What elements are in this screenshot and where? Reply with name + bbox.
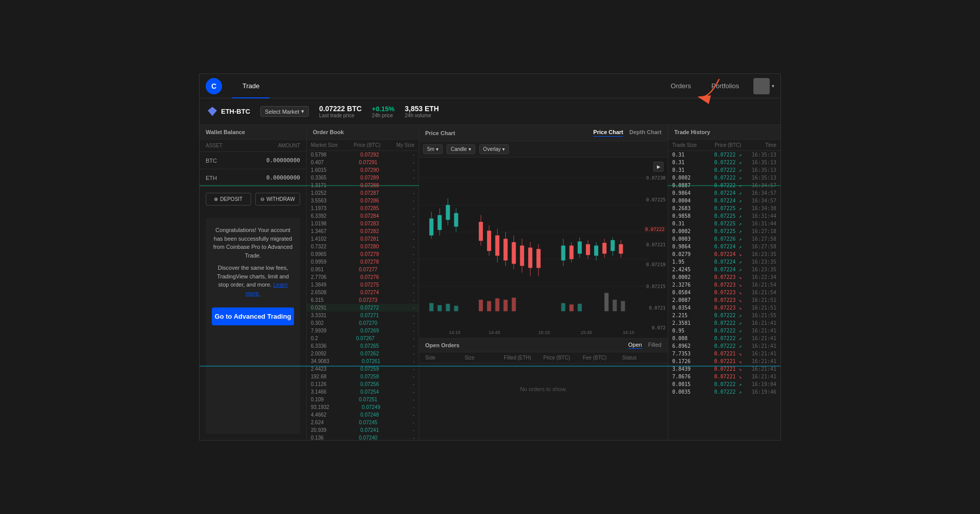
order-book-col-headers: Market Size Price (BTC) My Size bbox=[307, 140, 419, 151]
order-book-sell-row: 0.407 0.07291 - bbox=[307, 159, 419, 166]
order-book-sell-row: 0.3365 0.07289 - bbox=[307, 174, 419, 182]
svg-rect-57 bbox=[578, 304, 582, 312]
trade-history: Trade History Trade Size Price (BTC) Tim… bbox=[668, 125, 780, 440]
main-layout: Wallet Balance Asset Amount BTC 0.000000… bbox=[200, 125, 780, 440]
trade-history-row: 0.0354 0.07223 ↘ 16:21:51 bbox=[668, 304, 780, 312]
svg-rect-47 bbox=[437, 305, 442, 311]
market-header: ETH-BTC Select Market ▾ 0.07222 BTC Last… bbox=[200, 98, 780, 125]
svg-rect-51 bbox=[487, 301, 491, 311]
trade-history-row: 0.31 0.07222 ↗ 16:35:13 bbox=[668, 159, 780, 166]
tab-open[interactable]: Open bbox=[628, 342, 642, 349]
price-level-7: 0.072 bbox=[652, 325, 666, 330]
trade-history-row: 1.95 0.07224 ↗ 16:23:35 bbox=[668, 258, 780, 266]
trade-history-row: 0.0002 0.07223 ↘ 16:22:34 bbox=[668, 273, 780, 281]
order-book-sell-row: 1.1973 0.07285 - bbox=[307, 204, 419, 212]
nav-tab-portfolios[interactable]: Portfolios bbox=[701, 74, 749, 98]
trade-history-row: 0.0035 0.07222 ↗ 16:19:46 bbox=[668, 388, 780, 396]
trade-history-row: 0.0003 0.07226 ↗ 16:27:58 bbox=[668, 235, 780, 243]
overlay-chevron: ▾ bbox=[502, 146, 505, 152]
chart-title: Price Chart bbox=[425, 130, 455, 136]
svg-rect-55 bbox=[561, 303, 565, 311]
svg-rect-7 bbox=[429, 218, 433, 235]
chart-header: Price Chart Price Chart Depth Chart bbox=[419, 125, 668, 141]
order-book-sell-row: 3.5563 0.07286 - bbox=[307, 197, 419, 204]
volume: 3,853 ETH 24h volume bbox=[405, 105, 439, 118]
trade-history-row: 0.0015 0.07222 ↗ 16:19:04 bbox=[668, 380, 780, 388]
trade-history-row: 0.0002 0.07225 ↗ 16:27:18 bbox=[668, 227, 780, 235]
overlay-button[interactable]: Overlay ▾ bbox=[479, 144, 509, 154]
user-menu-chevron[interactable]: ▾ bbox=[772, 83, 774, 89]
withdraw-button[interactable]: ⊖ WITHDRAW bbox=[255, 193, 301, 205]
time-label-3: 15:15 bbox=[538, 330, 550, 335]
goto-advanced-trading-button[interactable]: Go to Advanced Trading bbox=[212, 307, 294, 325]
timeframe-chevron: ▾ bbox=[436, 146, 438, 152]
svg-rect-37 bbox=[586, 244, 590, 255]
svg-rect-45 bbox=[619, 244, 623, 254]
chart-play-button[interactable]: ▶ bbox=[653, 162, 664, 172]
order-book: Order Book Market Size Price (BTC) My Si… bbox=[307, 125, 419, 440]
svg-rect-31 bbox=[561, 246, 565, 261]
timeframe-button[interactable]: 5m ▾ bbox=[423, 144, 443, 154]
left-sidebar: Wallet Balance Asset Amount BTC 0.000000… bbox=[200, 125, 307, 440]
order-book-sell-row: 0.951 0.07277 - bbox=[307, 266, 419, 273]
open-orders-col-headers: Side Size Filled (ETH) Price (BTC) Fee (… bbox=[419, 352, 668, 364]
select-market-button[interactable]: Select Market ▾ bbox=[260, 106, 309, 117]
open-orders: Open Orders Open Filled Side Size Filled… bbox=[419, 338, 668, 440]
coinbase-logo[interactable]: C bbox=[206, 78, 222, 94]
time-label-1: 14:15 bbox=[449, 330, 460, 335]
time-label-4: 15:45 bbox=[581, 330, 593, 335]
trade-history-row: 0.2683 0.07225 ↗ 16:34:30 bbox=[668, 204, 780, 212]
tab-depth-chart[interactable]: Depth Chart bbox=[629, 129, 662, 137]
migration-banner: Congratulations! Your account has been s… bbox=[206, 218, 300, 434]
svg-rect-11 bbox=[446, 205, 450, 220]
svg-rect-15 bbox=[479, 222, 483, 241]
svg-rect-41 bbox=[602, 243, 606, 253]
trade-history-row: 0.0002 0.07222 ↗ 16:35:13 bbox=[668, 174, 780, 182]
trade-history-row: 0.31 0.07225 ↗ 16:31:44 bbox=[668, 220, 780, 227]
trade-history-row: 0.0279 0.07224 ↘ 16:23:35 bbox=[668, 250, 780, 258]
wallet-actions: ⊕ DEPOSIT ⊖ WITHDRAW bbox=[200, 187, 306, 212]
chart-type-button[interactable]: Candle ▾ bbox=[447, 144, 475, 154]
svg-rect-58 bbox=[604, 293, 608, 311]
migration-text: Congratulations! Your account has been s… bbox=[212, 226, 294, 260]
svg-rect-59 bbox=[612, 300, 617, 312]
wallet-row-eth: ETH 0.00000000 bbox=[200, 169, 306, 187]
order-book-buy-row: 3.1466 0.07254 - bbox=[307, 388, 419, 396]
open-orders-empty: No orders to show. bbox=[419, 364, 668, 415]
trade-history-row: 2.3581 0.07222 ↗ 16:21:41 bbox=[668, 319, 780, 327]
price-change: +0.15% 24h price bbox=[372, 105, 395, 118]
nav-tab-orders[interactable]: Orders bbox=[660, 74, 701, 98]
wallet-amount-btc: 0.00000000 bbox=[266, 157, 300, 164]
trade-history-row: 0.31 0.07222 ↗ 16:35:13 bbox=[668, 151, 780, 159]
tab-price-chart[interactable]: Price Chart bbox=[593, 129, 623, 137]
svg-rect-23 bbox=[512, 242, 516, 264]
svg-rect-54 bbox=[512, 298, 516, 312]
order-book-rows: 0.5798 0.07292 - 0.407 0.07291 - 1.6015 … bbox=[307, 151, 419, 440]
deposit-button[interactable]: ⊕ DEPOSIT bbox=[206, 193, 251, 205]
order-book-sell-row: 0.7322 0.07280 - bbox=[307, 243, 419, 250]
order-book-sell-row: 6.315 0.07273 - bbox=[307, 296, 419, 304]
user-avatar[interactable] bbox=[753, 78, 770, 94]
time-label-5: 16:15 bbox=[623, 330, 634, 335]
trade-history-row: 0.9864 0.07224 ↗ 16:27:58 bbox=[668, 243, 780, 250]
order-book-sell-row: 2.7706 0.07276 - bbox=[307, 273, 419, 281]
order-book-buy-row: 0.1126 0.07256 - bbox=[307, 380, 419, 388]
trade-history-row: 7.8676 0.07221 ↘ 16:21:41 bbox=[668, 373, 780, 380]
tab-filled[interactable]: Filled bbox=[648, 342, 662, 349]
trade-history-row: 7.7353 0.07221 ↘ 16:21:41 bbox=[668, 350, 780, 357]
svg-rect-35 bbox=[578, 242, 582, 254]
candlestick-chart bbox=[419, 158, 650, 320]
order-book-buy-row: 0.136 0.07240 - bbox=[307, 434, 419, 440]
order-book-sell-row: 1.0198 0.07283 - bbox=[307, 220, 419, 227]
select-market-chevron: ▾ bbox=[301, 108, 304, 115]
nav-tab-trade[interactable]: Trade bbox=[232, 74, 270, 98]
eth-icon bbox=[208, 107, 217, 116]
chart-tabs: Price Chart Depth Chart bbox=[593, 129, 662, 137]
svg-rect-43 bbox=[610, 240, 615, 251]
order-book-buy-row: 34.9083 0.07261 - bbox=[307, 357, 419, 365]
svg-rect-48 bbox=[446, 304, 450, 312]
trade-history-row: 2.4245 0.07224 ↗ 16:23:35 bbox=[668, 266, 780, 273]
withdraw-icon: ⊖ bbox=[260, 196, 264, 202]
trade-history-row: 2.215 0.07222 ↗ 16:21:55 bbox=[668, 312, 780, 319]
chart-type-chevron: ▾ bbox=[469, 146, 471, 152]
